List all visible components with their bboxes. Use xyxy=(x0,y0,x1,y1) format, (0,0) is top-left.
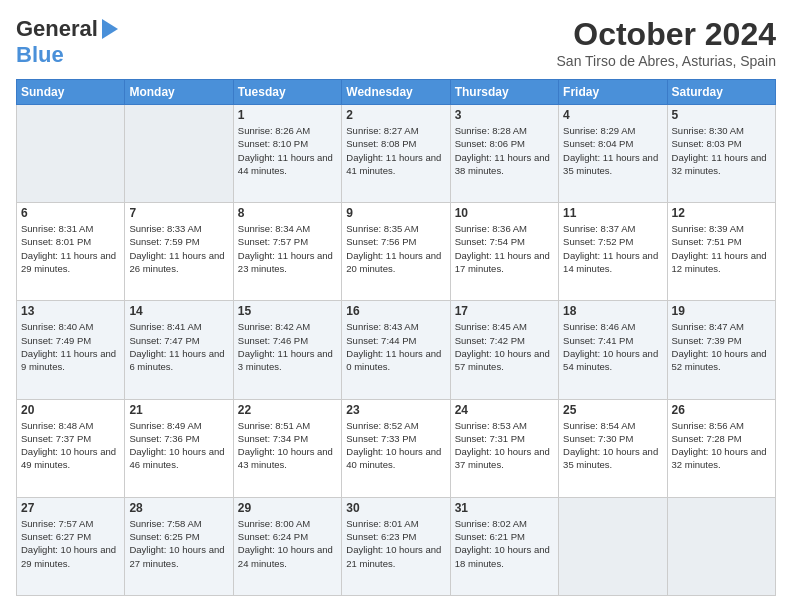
table-row xyxy=(125,105,233,203)
day-detail: Sunrise: 8:49 AMSunset: 7:36 PMDaylight:… xyxy=(129,419,228,472)
day-number: 5 xyxy=(672,108,771,122)
table-row: 6Sunrise: 8:31 AMSunset: 8:01 PMDaylight… xyxy=(17,203,125,301)
day-detail: Sunrise: 8:01 AMSunset: 6:23 PMDaylight:… xyxy=(346,517,445,570)
day-detail: Sunrise: 8:36 AMSunset: 7:54 PMDaylight:… xyxy=(455,222,554,275)
table-row xyxy=(667,497,775,595)
table-row: 12Sunrise: 8:39 AMSunset: 7:51 PMDayligh… xyxy=(667,203,775,301)
day-detail: Sunrise: 8:29 AMSunset: 8:04 PMDaylight:… xyxy=(563,124,662,177)
day-number: 9 xyxy=(346,206,445,220)
day-number: 2 xyxy=(346,108,445,122)
calendar-header-row: Sunday Monday Tuesday Wednesday Thursday… xyxy=(17,80,776,105)
day-number: 27 xyxy=(21,501,120,515)
table-row: 24Sunrise: 8:53 AMSunset: 7:31 PMDayligh… xyxy=(450,399,558,497)
calendar-week-row: 1Sunrise: 8:26 AMSunset: 8:10 PMDaylight… xyxy=(17,105,776,203)
table-row: 7Sunrise: 8:33 AMSunset: 7:59 PMDaylight… xyxy=(125,203,233,301)
day-number: 8 xyxy=(238,206,337,220)
day-detail: Sunrise: 8:40 AMSunset: 7:49 PMDaylight:… xyxy=(21,320,120,373)
day-detail: Sunrise: 8:52 AMSunset: 7:33 PMDaylight:… xyxy=(346,419,445,472)
day-detail: Sunrise: 7:57 AMSunset: 6:27 PMDaylight:… xyxy=(21,517,120,570)
table-row: 21Sunrise: 8:49 AMSunset: 7:36 PMDayligh… xyxy=(125,399,233,497)
day-number: 12 xyxy=(672,206,771,220)
day-number: 13 xyxy=(21,304,120,318)
day-detail: Sunrise: 8:30 AMSunset: 8:03 PMDaylight:… xyxy=(672,124,771,177)
header: General Blue October 2024 San Tirso de A… xyxy=(16,16,776,69)
table-row: 16Sunrise: 8:43 AMSunset: 7:44 PMDayligh… xyxy=(342,301,450,399)
day-number: 10 xyxy=(455,206,554,220)
location-subtitle: San Tirso de Abres, Asturias, Spain xyxy=(557,53,776,69)
day-detail: Sunrise: 8:43 AMSunset: 7:44 PMDaylight:… xyxy=(346,320,445,373)
table-row: 13Sunrise: 8:40 AMSunset: 7:49 PMDayligh… xyxy=(17,301,125,399)
month-title: October 2024 xyxy=(557,16,776,53)
day-detail: Sunrise: 8:56 AMSunset: 7:28 PMDaylight:… xyxy=(672,419,771,472)
day-number: 21 xyxy=(129,403,228,417)
day-detail: Sunrise: 8:37 AMSunset: 7:52 PMDaylight:… xyxy=(563,222,662,275)
calendar-table: Sunday Monday Tuesday Wednesday Thursday… xyxy=(16,79,776,596)
table-row: 15Sunrise: 8:42 AMSunset: 7:46 PMDayligh… xyxy=(233,301,341,399)
day-number: 1 xyxy=(238,108,337,122)
table-row: 2Sunrise: 8:27 AMSunset: 8:08 PMDaylight… xyxy=(342,105,450,203)
day-detail: Sunrise: 8:53 AMSunset: 7:31 PMDaylight:… xyxy=(455,419,554,472)
calendar-week-row: 13Sunrise: 8:40 AMSunset: 7:49 PMDayligh… xyxy=(17,301,776,399)
day-detail: Sunrise: 8:41 AMSunset: 7:47 PMDaylight:… xyxy=(129,320,228,373)
day-number: 29 xyxy=(238,501,337,515)
table-row: 22Sunrise: 8:51 AMSunset: 7:34 PMDayligh… xyxy=(233,399,341,497)
table-row: 18Sunrise: 8:46 AMSunset: 7:41 PMDayligh… xyxy=(559,301,667,399)
table-row: 31Sunrise: 8:02 AMSunset: 6:21 PMDayligh… xyxy=(450,497,558,595)
day-detail: Sunrise: 8:34 AMSunset: 7:57 PMDaylight:… xyxy=(238,222,337,275)
day-detail: Sunrise: 8:27 AMSunset: 8:08 PMDaylight:… xyxy=(346,124,445,177)
day-number: 7 xyxy=(129,206,228,220)
day-number: 31 xyxy=(455,501,554,515)
day-detail: Sunrise: 8:47 AMSunset: 7:39 PMDaylight:… xyxy=(672,320,771,373)
col-monday: Monday xyxy=(125,80,233,105)
table-row: 19Sunrise: 8:47 AMSunset: 7:39 PMDayligh… xyxy=(667,301,775,399)
day-number: 15 xyxy=(238,304,337,318)
day-number: 23 xyxy=(346,403,445,417)
col-wednesday: Wednesday xyxy=(342,80,450,105)
day-number: 28 xyxy=(129,501,228,515)
logo-blue: Blue xyxy=(16,42,64,67)
calendar-week-row: 27Sunrise: 7:57 AMSunset: 6:27 PMDayligh… xyxy=(17,497,776,595)
table-row: 28Sunrise: 7:58 AMSunset: 6:25 PMDayligh… xyxy=(125,497,233,595)
table-row: 1Sunrise: 8:26 AMSunset: 8:10 PMDaylight… xyxy=(233,105,341,203)
table-row: 10Sunrise: 8:36 AMSunset: 7:54 PMDayligh… xyxy=(450,203,558,301)
day-number: 24 xyxy=(455,403,554,417)
calendar-week-row: 20Sunrise: 8:48 AMSunset: 7:37 PMDayligh… xyxy=(17,399,776,497)
day-number: 26 xyxy=(672,403,771,417)
table-row: 29Sunrise: 8:00 AMSunset: 6:24 PMDayligh… xyxy=(233,497,341,595)
day-detail: Sunrise: 8:28 AMSunset: 8:06 PMDaylight:… xyxy=(455,124,554,177)
col-thursday: Thursday xyxy=(450,80,558,105)
day-number: 6 xyxy=(21,206,120,220)
day-number: 11 xyxy=(563,206,662,220)
day-number: 30 xyxy=(346,501,445,515)
day-number: 14 xyxy=(129,304,228,318)
table-row: 3Sunrise: 8:28 AMSunset: 8:06 PMDaylight… xyxy=(450,105,558,203)
day-number: 18 xyxy=(563,304,662,318)
day-detail: Sunrise: 8:46 AMSunset: 7:41 PMDaylight:… xyxy=(563,320,662,373)
day-detail: Sunrise: 8:51 AMSunset: 7:34 PMDaylight:… xyxy=(238,419,337,472)
day-number: 17 xyxy=(455,304,554,318)
col-friday: Friday xyxy=(559,80,667,105)
day-number: 4 xyxy=(563,108,662,122)
logo-icon xyxy=(102,19,118,39)
day-number: 3 xyxy=(455,108,554,122)
table-row xyxy=(559,497,667,595)
table-row: 23Sunrise: 8:52 AMSunset: 7:33 PMDayligh… xyxy=(342,399,450,497)
table-row: 20Sunrise: 8:48 AMSunset: 7:37 PMDayligh… xyxy=(17,399,125,497)
day-detail: Sunrise: 8:00 AMSunset: 6:24 PMDaylight:… xyxy=(238,517,337,570)
day-number: 19 xyxy=(672,304,771,318)
day-detail: Sunrise: 8:35 AMSunset: 7:56 PMDaylight:… xyxy=(346,222,445,275)
table-row: 5Sunrise: 8:30 AMSunset: 8:03 PMDaylight… xyxy=(667,105,775,203)
calendar-week-row: 6Sunrise: 8:31 AMSunset: 8:01 PMDaylight… xyxy=(17,203,776,301)
page: General Blue October 2024 San Tirso de A… xyxy=(0,0,792,612)
table-row: 30Sunrise: 8:01 AMSunset: 6:23 PMDayligh… xyxy=(342,497,450,595)
table-row: 14Sunrise: 8:41 AMSunset: 7:47 PMDayligh… xyxy=(125,301,233,399)
day-number: 25 xyxy=(563,403,662,417)
col-tuesday: Tuesday xyxy=(233,80,341,105)
table-row xyxy=(17,105,125,203)
table-row: 25Sunrise: 8:54 AMSunset: 7:30 PMDayligh… xyxy=(559,399,667,497)
logo-general: General xyxy=(16,16,98,42)
day-detail: Sunrise: 8:42 AMSunset: 7:46 PMDaylight:… xyxy=(238,320,337,373)
day-detail: Sunrise: 8:54 AMSunset: 7:30 PMDaylight:… xyxy=(563,419,662,472)
logo: General Blue xyxy=(16,16,118,68)
day-number: 22 xyxy=(238,403,337,417)
